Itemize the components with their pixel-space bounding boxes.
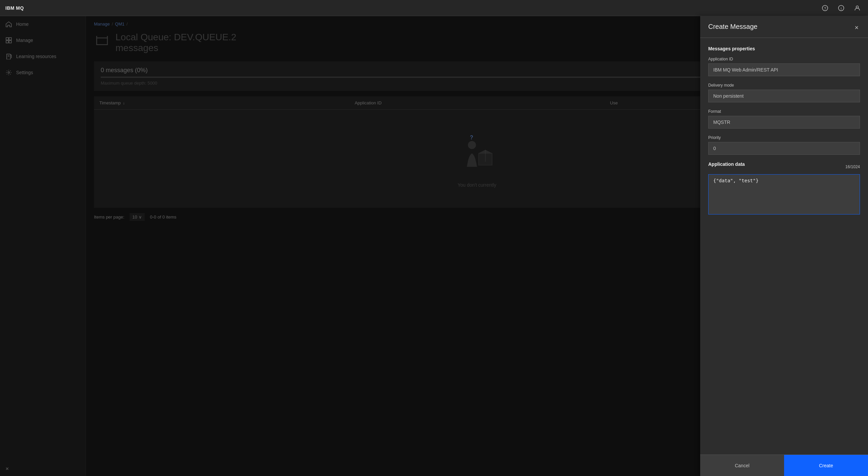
svg-text:?: ? <box>824 6 826 10</box>
delivery-mode-label: Delivery mode <box>708 83 860 88</box>
svg-text:i: i <box>841 6 841 10</box>
application-id-value: IBM MQ Web Admin/REST API <box>708 63 860 76</box>
app-data-title: Application data <box>708 161 745 167</box>
messages-properties-title: Messages properties <box>708 46 860 51</box>
app-data-counter: 16/1024 <box>845 164 860 169</box>
panel-body: Messages properties Application ID IBM M… <box>700 38 868 454</box>
top-nav-icons: ? i <box>820 3 863 13</box>
create-message-panel: Create Message × Messages properties App… <box>700 16 868 476</box>
field-delivery-mode: Delivery mode Non persistent <box>708 83 860 102</box>
field-priority: Priority 0 <box>708 135 860 155</box>
application-id-label: Application ID <box>708 57 860 61</box>
priority-value: 0 <box>708 142 860 155</box>
app-brand: IBM MQ <box>5 5 24 11</box>
delivery-mode-value: Non persistent <box>708 90 860 102</box>
info-icon[interactable]: i <box>836 3 846 13</box>
format-label: Format <box>708 109 860 114</box>
help-icon[interactable]: ? <box>820 3 830 13</box>
top-nav: IBM MQ ? i <box>0 0 868 16</box>
app-data-header: Application data 16/1024 <box>708 161 860 172</box>
field-application-id: Application ID IBM MQ Web Admin/REST API <box>708 57 860 76</box>
format-value: MQSTR <box>708 116 860 129</box>
create-button[interactable]: Create <box>784 455 868 476</box>
close-icon: × <box>855 24 859 31</box>
user-icon[interactable] <box>852 3 863 13</box>
application-data-section: Application data 16/1024 <box>708 161 860 216</box>
panel-header: Create Message × <box>700 16 868 38</box>
field-format: Format MQSTR <box>708 109 860 129</box>
cancel-button[interactable]: Cancel <box>700 455 784 476</box>
panel-close-button[interactable]: × <box>853 23 860 32</box>
priority-label: Priority <box>708 135 860 140</box>
panel-title: Create Message <box>708 23 757 31</box>
app-data-input[interactable] <box>708 174 860 215</box>
panel-footer: Cancel Create <box>700 454 868 476</box>
